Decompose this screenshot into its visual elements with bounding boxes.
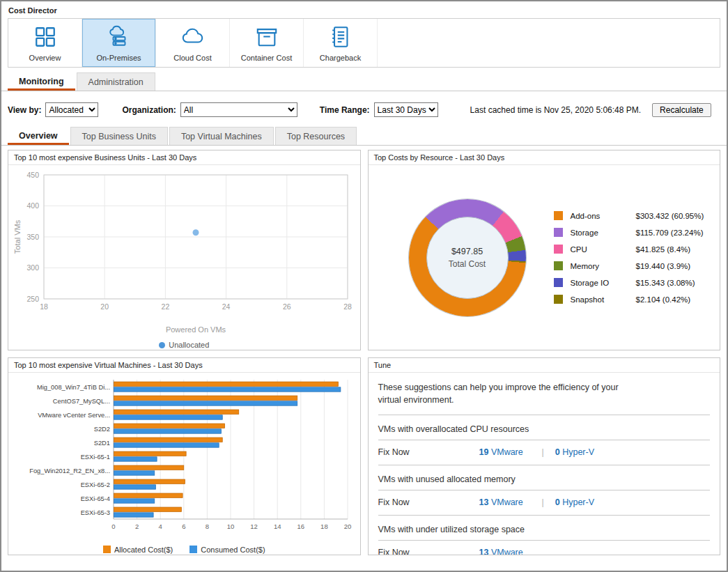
svg-text:8: 8 xyxy=(206,523,209,530)
toolbar-button-chargeback[interactable]: Chargeback xyxy=(304,19,378,67)
svg-text:300: 300 xyxy=(26,263,39,272)
link-divider: | xyxy=(542,497,544,507)
last-cached-time-text: Last cached time is Nov 25, 2020 5:06:48… xyxy=(470,105,641,115)
legend-value: $115.709 (23.24%) xyxy=(636,229,704,237)
legend-value: $19.440 (3.9%) xyxy=(636,262,704,270)
toolbar-button-label: Container Cost xyxy=(241,54,292,62)
view-by-select[interactable]: Allocated xyxy=(45,102,98,117)
panel-title: Top Costs by Resource - Last 30 Days xyxy=(369,150,720,165)
organization-label: Organization: xyxy=(122,105,176,115)
fix-now-row: Fix Now19 VMware|0 Hyper-V xyxy=(378,447,711,457)
organization-select[interactable]: All xyxy=(180,102,297,117)
bar-chart-legend: Allocated Cost($)Consumed Cost($) xyxy=(8,543,360,555)
panel-top-virtual-machines: Top 10 most expensive Virtual Machines -… xyxy=(8,357,361,555)
tune-sections: VMs with overallocated CPU resourcesFix … xyxy=(378,424,711,555)
svg-text:Powered On VMs: Powered On VMs xyxy=(166,325,226,334)
svg-text:400: 400 xyxy=(26,201,39,210)
panel-tune: Tune These suggestions can help you impr… xyxy=(368,357,721,555)
svg-text:0: 0 xyxy=(112,523,116,530)
vmware-count-link[interactable]: 19 VMware xyxy=(479,447,542,457)
divider xyxy=(378,515,711,516)
donut-chart: $497.85 Total Cost xyxy=(409,199,526,316)
overview-grid-icon xyxy=(33,25,57,49)
legend-item-consumed-cost: Consumed Cost($) xyxy=(189,546,265,554)
svg-text:20: 20 xyxy=(344,523,352,530)
fix-now-link[interactable]: Fix Now xyxy=(378,497,479,507)
legend-label: Add-ons xyxy=(571,212,629,220)
subtab-top-resources[interactable]: Top Resources xyxy=(275,127,357,145)
onprem-server-cloud-icon xyxy=(107,25,131,49)
toolbar-button-cloud-cost[interactable]: Cloud Cost xyxy=(156,19,230,67)
divider xyxy=(378,490,711,490)
fix-now-link[interactable]: Fix Now xyxy=(378,548,479,555)
view-by-label: View by: xyxy=(8,105,41,115)
recalculate-button[interactable]: Recalculate xyxy=(652,103,711,117)
time-range-select[interactable]: Last 30 Days xyxy=(374,102,438,117)
svg-text:CentOS7_MySQL...: CentOS7_MySQL... xyxy=(53,398,110,405)
svg-text:Total VMs: Total VMs xyxy=(13,219,22,254)
svg-text:2: 2 xyxy=(135,523,139,530)
subtab-top-virtual-machines[interactable]: Top Virtual Machines xyxy=(169,127,274,145)
tune-suggestion-heading: VMs with unused allocated memory xyxy=(378,474,711,484)
legend-swatch-cpu xyxy=(554,245,563,254)
tune-intro-text: These suggestions can help you improve t… xyxy=(378,381,637,406)
toolbar-button-overview[interactable]: Overview xyxy=(8,19,82,67)
sub-tab-bar: OverviewTop Business UnitsTop Virtual Ma… xyxy=(1,127,727,146)
svg-text:450: 450 xyxy=(26,171,39,179)
cost-director-window: Cost Director OverviewOn-PremisesCloud C… xyxy=(0,0,728,572)
toolbar-button-container-cost[interactable]: Container Cost xyxy=(230,19,304,67)
legend-swatch-memory xyxy=(554,261,563,270)
hyper-v-count-link[interactable]: 0 Hyper-V xyxy=(555,497,594,507)
bar-chart: Mig_008_Win7_4TiB Di...CentOS7_MySQL...V… xyxy=(8,376,360,543)
scatter-legend: Unallocated xyxy=(8,338,360,350)
svg-text:VMware vCenter Serve...: VMware vCenter Serve... xyxy=(38,412,110,419)
vmware-count-link[interactable]: 13 VMware xyxy=(479,548,542,555)
container-box-icon xyxy=(255,25,279,49)
svg-text:24: 24 xyxy=(222,302,231,311)
legend-item-allocated-cost: Allocated Cost($) xyxy=(103,546,173,554)
legend-value: $303.432 (60.95%) xyxy=(636,212,704,220)
tab-administration[interactable]: Administration xyxy=(77,72,155,91)
svg-text:26: 26 xyxy=(283,302,291,311)
svg-text:4: 4 xyxy=(159,523,162,530)
toolbar-button-on-premises[interactable]: On-Premises xyxy=(82,19,156,67)
module-toolbar: OverviewOn-PremisesCloud CostContainer C… xyxy=(8,18,720,68)
svg-text:Fog_Win2012_R2_EN_x8...: Fog_Win2012_R2_EN_x8... xyxy=(29,467,110,474)
subtab-top-business-units[interactable]: Top Business Units xyxy=(70,127,168,145)
legend-item-unallocated: Unallocated xyxy=(159,341,209,349)
toolbar-button-label: Chargeback xyxy=(320,54,361,62)
vmware-count-link[interactable]: 13 VMware xyxy=(479,497,542,507)
legend-label: Storage xyxy=(571,229,629,237)
scatter-plot: 182022242628250300350400450Powered On VM… xyxy=(8,169,360,338)
panel-title: Top 10 most expensive Business Units - L… xyxy=(8,150,360,165)
divider xyxy=(378,415,711,415)
svg-text:28: 28 xyxy=(343,302,352,311)
hyper-v-count-link[interactable]: 0 Hyper-V xyxy=(555,447,594,457)
legend-label: Snapshot xyxy=(571,295,629,304)
filter-bar: View by: Allocated Organization: All Tim… xyxy=(8,102,720,117)
svg-text:6: 6 xyxy=(182,523,185,530)
svg-text:Mig_008_Win7_4TiB Di...: Mig_008_Win7_4TiB Di... xyxy=(37,384,110,391)
legend-value: $2.104 (0.42%) xyxy=(636,295,704,304)
fix-now-row: Fix Now13 VMware xyxy=(378,548,711,555)
page-title: Cost Director xyxy=(1,1,727,18)
tab-monitoring[interactable]: Monitoring xyxy=(8,72,75,91)
fix-now-link[interactable]: Fix Now xyxy=(378,447,479,457)
svg-text:10: 10 xyxy=(227,523,235,530)
legend-label: Storage IO xyxy=(571,279,629,287)
total-cost-value: $497.85 xyxy=(451,247,483,256)
legend-swatch xyxy=(189,546,197,553)
legend-swatch-snapshot xyxy=(554,295,563,304)
svg-text:16: 16 xyxy=(297,523,305,530)
main-tab-bar: MonitoringAdministration xyxy=(1,72,727,91)
tune-suggestion-heading: VMs with under utilized storage space xyxy=(378,525,711,534)
toolbar-button-label: Cloud Cost xyxy=(173,54,211,62)
legend-label: CPU xyxy=(571,245,629,254)
legend-label: Memory xyxy=(571,262,629,270)
svg-text:ESXi-65-1: ESXi-65-1 xyxy=(81,454,110,461)
subtab-overview[interactable]: Overview xyxy=(8,127,69,145)
svg-text:ESXi-65-2: ESXi-65-2 xyxy=(81,481,110,488)
svg-text:S2D1: S2D1 xyxy=(94,440,110,447)
panel-title: Top 10 most expensive Virtual Machines -… xyxy=(8,358,360,373)
donut-chart-area: $497.85 Total Cost Add-ons$303.432 (60.9… xyxy=(369,165,720,350)
